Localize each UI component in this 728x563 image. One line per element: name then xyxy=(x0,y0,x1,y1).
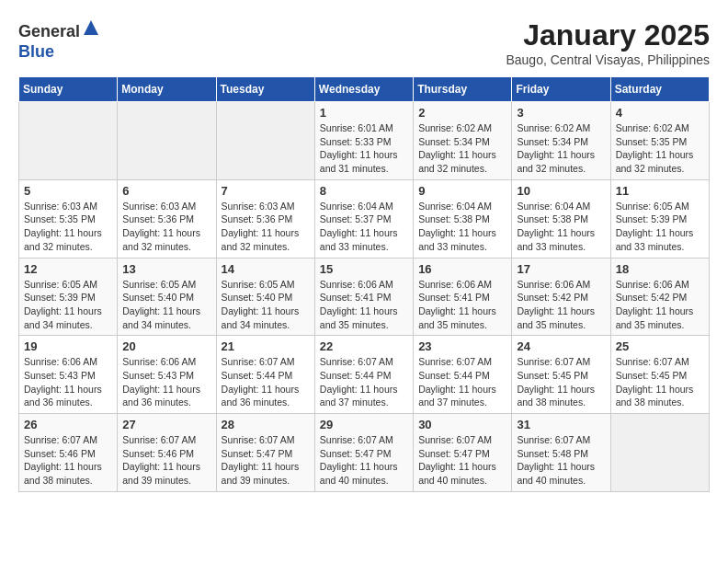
day-info: Sunrise: 6:06 AMSunset: 5:42 PMDaylight:… xyxy=(616,278,704,332)
weekday-header-saturday: Saturday xyxy=(610,77,709,102)
weekday-header-wednesday: Wednesday xyxy=(314,77,413,102)
weekday-header-monday: Monday xyxy=(118,77,216,102)
day-cell: 25Sunrise: 6:07 AMSunset: 5:45 PMDayligh… xyxy=(610,336,709,414)
weekday-header-row: SundayMondayTuesdayWednesdayThursdayFrid… xyxy=(19,77,710,102)
day-cell: 7Sunrise: 6:03 AMSunset: 5:36 PMDaylight… xyxy=(216,179,314,258)
day-cell: 4Sunrise: 6:02 AMSunset: 5:35 PMDaylight… xyxy=(610,102,709,180)
day-info: Sunrise: 6:06 AMSunset: 5:41 PMDaylight:… xyxy=(418,278,506,332)
day-number: 28 xyxy=(222,418,310,431)
day-info: Sunrise: 6:02 AMSunset: 5:34 PMDaylight:… xyxy=(418,121,506,176)
day-info: Sunrise: 6:07 AMSunset: 5:45 PMDaylight:… xyxy=(517,355,605,409)
day-info: Sunrise: 6:07 AMSunset: 5:48 PMDaylight:… xyxy=(517,433,605,488)
day-cell: 8Sunrise: 6:04 AMSunset: 5:37 PMDaylight… xyxy=(314,179,413,258)
day-cell xyxy=(118,102,216,180)
day-cell xyxy=(610,414,709,492)
day-cell: 20Sunrise: 6:06 AMSunset: 5:43 PMDayligh… xyxy=(118,336,216,414)
day-number: 13 xyxy=(122,262,210,276)
day-cell: 29Sunrise: 6:07 AMSunset: 5:47 PMDayligh… xyxy=(314,414,413,492)
week-row-5: 26Sunrise: 6:07 AMSunset: 5:46 PMDayligh… xyxy=(19,414,710,492)
day-number: 20 xyxy=(122,339,210,353)
day-number: 5 xyxy=(24,184,112,198)
day-info: Sunrise: 6:03 AMSunset: 5:35 PMDaylight:… xyxy=(24,200,112,254)
day-number: 31 xyxy=(517,418,605,431)
day-cell: 26Sunrise: 6:07 AMSunset: 5:46 PMDayligh… xyxy=(19,414,118,492)
day-number: 25 xyxy=(616,339,704,353)
day-cell: 14Sunrise: 6:05 AMSunset: 5:40 PMDayligh… xyxy=(216,258,314,336)
day-info: Sunrise: 6:05 AMSunset: 5:40 PMDaylight:… xyxy=(222,278,310,332)
day-cell: 6Sunrise: 6:03 AMSunset: 5:36 PMDaylight… xyxy=(118,179,216,258)
day-info: Sunrise: 6:07 AMSunset: 5:45 PMDaylight:… xyxy=(616,355,704,409)
day-number: 1 xyxy=(320,106,408,120)
day-cell: 16Sunrise: 6:06 AMSunset: 5:41 PMDayligh… xyxy=(414,258,512,336)
day-number: 30 xyxy=(418,418,506,431)
day-number: 8 xyxy=(320,184,408,198)
day-cell: 30Sunrise: 6:07 AMSunset: 5:47 PMDayligh… xyxy=(414,414,512,492)
day-cell xyxy=(216,102,314,180)
day-number: 17 xyxy=(517,262,605,276)
day-number: 3 xyxy=(517,106,605,120)
day-cell: 22Sunrise: 6:07 AMSunset: 5:44 PMDayligh… xyxy=(314,336,413,414)
day-cell: 15Sunrise: 6:06 AMSunset: 5:41 PMDayligh… xyxy=(314,258,413,336)
title-block: January 2025 Baugo, Central Visayas, Phi… xyxy=(506,18,710,67)
svg-marker-0 xyxy=(84,20,98,35)
day-info: Sunrise: 6:07 AMSunset: 5:47 PMDaylight:… xyxy=(222,433,310,488)
day-number: 7 xyxy=(222,184,310,198)
day-cell: 13Sunrise: 6:05 AMSunset: 5:40 PMDayligh… xyxy=(118,258,216,336)
day-number: 2 xyxy=(418,106,506,120)
day-cell: 11Sunrise: 6:05 AMSunset: 5:39 PMDayligh… xyxy=(610,179,709,258)
day-info: Sunrise: 6:07 AMSunset: 5:47 PMDaylight:… xyxy=(320,433,408,488)
calendar-table: SundayMondayTuesdayWednesdayThursdayFrid… xyxy=(18,76,710,492)
page-header: General Blue January 2025 Baugo, Central… xyxy=(18,18,710,67)
day-info: Sunrise: 6:03 AMSunset: 5:36 PMDaylight:… xyxy=(122,200,210,254)
day-number: 15 xyxy=(320,262,408,276)
day-number: 11 xyxy=(616,184,704,198)
day-cell: 28Sunrise: 6:07 AMSunset: 5:47 PMDayligh… xyxy=(216,414,314,492)
day-cell: 9Sunrise: 6:04 AMSunset: 5:38 PMDaylight… xyxy=(414,179,512,258)
day-cell: 1Sunrise: 6:01 AMSunset: 5:33 PMDaylight… xyxy=(314,102,413,180)
day-cell: 17Sunrise: 6:06 AMSunset: 5:42 PMDayligh… xyxy=(512,258,610,336)
day-info: Sunrise: 6:05 AMSunset: 5:39 PMDaylight:… xyxy=(616,200,704,254)
day-info: Sunrise: 6:06 AMSunset: 5:43 PMDaylight:… xyxy=(24,355,112,409)
day-cell: 3Sunrise: 6:02 AMSunset: 5:34 PMDaylight… xyxy=(512,102,610,180)
logo-general: General xyxy=(18,22,80,40)
day-number: 29 xyxy=(320,418,408,431)
day-number: 22 xyxy=(320,339,408,353)
weekday-header-thursday: Thursday xyxy=(414,77,512,102)
day-number: 12 xyxy=(24,262,112,276)
logo: General Blue xyxy=(18,18,100,62)
day-number: 23 xyxy=(418,339,506,353)
day-info: Sunrise: 6:06 AMSunset: 5:42 PMDaylight:… xyxy=(517,278,605,332)
day-info: Sunrise: 6:05 AMSunset: 5:39 PMDaylight:… xyxy=(24,278,112,332)
day-cell: 19Sunrise: 6:06 AMSunset: 5:43 PMDayligh… xyxy=(19,336,118,414)
day-info: Sunrise: 6:05 AMSunset: 5:40 PMDaylight:… xyxy=(122,278,210,332)
day-info: Sunrise: 6:02 AMSunset: 5:35 PMDaylight:… xyxy=(616,121,704,176)
day-number: 16 xyxy=(418,262,506,276)
day-info: Sunrise: 6:04 AMSunset: 5:38 PMDaylight:… xyxy=(517,200,605,254)
week-row-3: 12Sunrise: 6:05 AMSunset: 5:39 PMDayligh… xyxy=(19,258,710,336)
day-number: 21 xyxy=(222,339,310,353)
day-cell xyxy=(19,102,118,180)
day-number: 9 xyxy=(418,184,506,198)
day-cell: 2Sunrise: 6:02 AMSunset: 5:34 PMDaylight… xyxy=(414,102,512,180)
day-number: 18 xyxy=(616,262,704,276)
day-info: Sunrise: 6:04 AMSunset: 5:37 PMDaylight:… xyxy=(320,200,408,254)
weekday-header-friday: Friday xyxy=(512,77,610,102)
day-cell: 24Sunrise: 6:07 AMSunset: 5:45 PMDayligh… xyxy=(512,336,610,414)
logo-icon xyxy=(82,18,100,37)
day-info: Sunrise: 6:06 AMSunset: 5:43 PMDaylight:… xyxy=(122,355,210,409)
week-row-1: 1Sunrise: 6:01 AMSunset: 5:33 PMDaylight… xyxy=(19,102,710,180)
day-cell: 5Sunrise: 6:03 AMSunset: 5:35 PMDaylight… xyxy=(19,179,118,258)
logo-blue: Blue xyxy=(18,42,54,61)
day-number: 6 xyxy=(122,184,210,198)
day-info: Sunrise: 6:04 AMSunset: 5:38 PMDaylight:… xyxy=(418,200,506,254)
calendar-title: January 2025 xyxy=(506,18,710,52)
day-info: Sunrise: 6:03 AMSunset: 5:36 PMDaylight:… xyxy=(222,200,310,254)
week-row-2: 5Sunrise: 6:03 AMSunset: 5:35 PMDaylight… xyxy=(19,179,710,258)
day-cell: 12Sunrise: 6:05 AMSunset: 5:39 PMDayligh… xyxy=(19,258,118,336)
day-info: Sunrise: 6:07 AMSunset: 5:47 PMDaylight:… xyxy=(418,433,506,488)
day-info: Sunrise: 6:07 AMSunset: 5:44 PMDaylight:… xyxy=(320,355,408,409)
day-info: Sunrise: 6:06 AMSunset: 5:41 PMDaylight:… xyxy=(320,278,408,332)
day-info: Sunrise: 6:07 AMSunset: 5:44 PMDaylight:… xyxy=(222,355,310,409)
day-info: Sunrise: 6:07 AMSunset: 5:46 PMDaylight:… xyxy=(122,433,210,488)
weekday-header-sunday: Sunday xyxy=(19,77,118,102)
